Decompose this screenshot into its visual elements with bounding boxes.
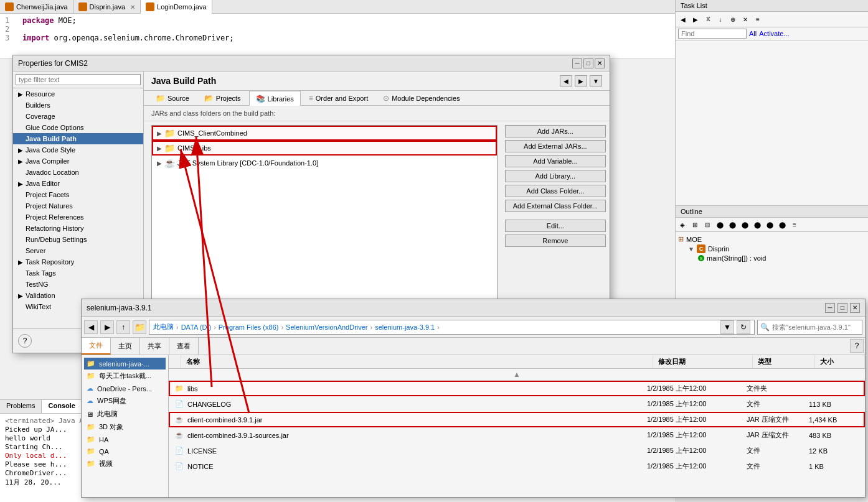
fe-left-item-onedrive[interactable]: ☁ OneDrive - Pers...: [84, 383, 166, 394]
outline-btn[interactable]: ⬤: [764, 219, 775, 230]
dlg-item-tasktags[interactable]: Task Tags: [13, 267, 143, 279]
fe-address-part[interactable]: 此电脑: [153, 322, 174, 332]
editor-tab-chenwei[interactable]: ChenweijJia.java: [0, 0, 73, 14]
fe-tab-home[interactable]: 主页: [111, 338, 140, 355]
dialog-filter-input[interactable]: [16, 74, 141, 85]
dlg-item-compiler[interactable]: ▶ Java Compiler: [13, 156, 143, 167]
fe-address-bar[interactable]: 此电脑 › DATA (D:) › Program Files (x86) › …: [149, 320, 755, 335]
edit-button[interactable]: Edit...: [505, 220, 606, 232]
fe-forward-button[interactable]: ▶: [100, 320, 114, 334]
fe-folder-icon-btn[interactable]: 📁: [133, 320, 146, 334]
dlg-item-resource[interactable]: ▶ Resource: [13, 88, 143, 100]
tab-projects[interactable]: 📂 Projects: [197, 91, 248, 105]
outline-btn[interactable]: ◈: [677, 219, 688, 230]
task-toolbar-btn[interactable]: ◀: [677, 14, 689, 25]
dlg-item-rundebug[interactable]: Run/Debug Settings: [13, 234, 143, 245]
file-row-license[interactable]: 📄 LICENSE 1/2/1985 上午12:00 文件 12 KB: [169, 443, 865, 458]
fe-address-part[interactable]: SeleniumVersionAndDriver: [286, 323, 367, 331]
add-class-folder-button[interactable]: Add Class Folder...: [505, 185, 606, 197]
editor-tab-disprin[interactable]: Disprin.java ✕: [73, 0, 141, 14]
fe-search-input[interactable]: [772, 323, 859, 331]
fe-close-button[interactable]: ✕: [850, 303, 860, 313]
fe-left-item-qa[interactable]: 📁 QA: [84, 445, 166, 457]
task-toolbar-btn[interactable]: ↓: [715, 14, 726, 25]
fe-address-dropdown[interactable]: ▼: [720, 320, 734, 334]
fe-left-item-task[interactable]: 📁 每天工作task截...: [84, 370, 166, 383]
tab-order-export[interactable]: ≡ Order and Export: [302, 91, 375, 105]
dlg-item-server[interactable]: Server: [13, 245, 143, 256]
tab-libraries[interactable]: 📚 Libraries: [249, 91, 301, 106]
dlg-item-projectfacets[interactable]: Project Facets: [13, 189, 143, 200]
outline-btn[interactable]: ⊟: [702, 219, 713, 230]
forward-button[interactable]: ▶: [575, 75, 587, 86]
file-row-client-jar[interactable]: ☕ client-combined-3.9.1.jar 1/2/1985 上午1…: [169, 412, 865, 427]
fe-help-button[interactable]: ?: [850, 339, 864, 353]
fe-address-part[interactable]: Program Files (x86): [219, 323, 279, 331]
task-toolbar-btn[interactable]: ⧖: [702, 14, 714, 25]
dlg-item-projectnatures[interactable]: Project Natures: [13, 200, 143, 211]
fe-search-bar[interactable]: 🔍: [757, 320, 862, 335]
dlg-item-builders[interactable]: Builders: [13, 100, 143, 111]
console-tab-console[interactable]: Console: [42, 400, 82, 413]
fe-left-item-video[interactable]: 📁 视频: [84, 457, 166, 470]
task-find-input[interactable]: [678, 29, 747, 39]
outline-btn[interactable]: ⬤: [727, 219, 738, 230]
dlg-item-buildpath[interactable]: Java Build Path: [13, 133, 143, 144]
fe-tab-share[interactable]: 共享: [140, 338, 169, 355]
fe-file-list[interactable]: 📁 libs 1/2/1985 上午12:00 文件夹 📄 CHANGELOG …: [169, 381, 865, 497]
dlg-item-testng[interactable]: TestNG: [13, 279, 143, 290]
close-icon[interactable]: ✕: [130, 4, 135, 11]
file-row-changelog[interactable]: 📄 CHANGELOG 1/2/1985 上午12:00 文件 113 KB: [169, 396, 865, 412]
close-button[interactable]: ✕: [595, 58, 605, 68]
fe-left-item-wps[interactable]: ☁ WPS网盘: [84, 394, 166, 407]
help-button[interactable]: ?: [18, 334, 32, 348]
fe-address-part[interactable]: DATA (D:): [181, 323, 211, 331]
outline-item-moe[interactable]: ⊞ MOE: [678, 235, 866, 244]
fe-address-part[interactable]: selenium-java-3.9.1: [375, 323, 435, 331]
outline-btn[interactable]: ⬤: [752, 219, 763, 230]
outline-btn[interactable]: ≡: [789, 219, 800, 230]
console-tab-problems[interactable]: Problems: [0, 400, 42, 413]
fe-left-item-pc[interactable]: 🖥 此电脑: [84, 407, 166, 421]
fe-col-type[interactable]: 类型: [753, 355, 815, 368]
dlg-item-javadoc[interactable]: Javadoc Location: [13, 167, 143, 178]
back-button[interactable]: ◀: [560, 75, 572, 86]
task-toolbar-btn[interactable]: ⊕: [727, 14, 738, 25]
task-toolbar-btn[interactable]: ≡: [752, 14, 763, 25]
fe-left-item-3d[interactable]: 📁 3D 对象: [84, 421, 166, 434]
lib-item-cims-client[interactable]: ▶ 📁 CIMS_ClientCombined: [152, 126, 497, 141]
dlg-item-refactoring[interactable]: Refactoring History: [13, 223, 143, 234]
file-row-client-sources[interactable]: ☕ client-combined-3.9.1-sources.jar 1/2/…: [169, 427, 865, 443]
dlg-item-coverage[interactable]: Coverage: [13, 111, 143, 122]
dlg-item-taskrepo[interactable]: ▶ Task Repository: [13, 256, 143, 267]
activate-link[interactable]: Activate...: [759, 30, 789, 37]
minimize-button[interactable]: ─: [572, 58, 582, 68]
dlg-item-projectrefs[interactable]: Project References: [13, 211, 143, 223]
tab-module-deps[interactable]: ⊙ Module Dependencies: [376, 91, 466, 105]
fe-left-item-selenium[interactable]: 📁 selenium-java-...: [84, 358, 166, 370]
task-toolbar-btn[interactable]: ▶: [690, 14, 701, 25]
file-row-notice[interactable]: 📄 NOTICE 1/2/1985 上午12:00 文件 1 KB: [169, 458, 865, 474]
dlg-item-javaeditor[interactable]: ▶ Java Editor: [13, 178, 143, 189]
editor-tab-logindemo[interactable]: LoginDemo.java: [141, 0, 212, 14]
task-toolbar-btn[interactable]: ✕: [740, 14, 751, 25]
lib-item-jre[interactable]: ▶ ☕ JRE System Library [CDC-1.0/Foundati…: [152, 156, 497, 170]
file-row-libs[interactable]: 📁 libs 1/2/1985 上午12:00 文件夹: [169, 381, 865, 396]
fe-left-item-ha[interactable]: 📁 HA: [84, 434, 166, 445]
add-jars-button[interactable]: Add JARs...: [505, 125, 606, 137]
fe-col-date[interactable]: 修改日期: [653, 355, 753, 368]
outline-btn[interactable]: ⬤: [714, 219, 725, 230]
dlg-item-codestyle[interactable]: ▶ Java Code Style: [13, 144, 143, 156]
add-variable-button[interactable]: Add Variable...: [505, 155, 606, 167]
outline-btn[interactable]: ⊞: [689, 219, 701, 230]
add-external-jars-button[interactable]: Add External JARs...: [505, 140, 606, 152]
fe-refresh-button[interactable]: ↻: [737, 320, 750, 334]
outline-item-disprin[interactable]: ▼ C Disprin: [678, 244, 866, 254]
all-link[interactable]: All: [749, 30, 757, 37]
add-external-class-folder-button[interactable]: Add External Class Folder...: [505, 200, 606, 212]
fe-minimize-button[interactable]: ─: [825, 303, 835, 313]
fe-col-name[interactable]: 名称: [181, 355, 653, 368]
dlg-item-glue[interactable]: Glue Code Options: [13, 122, 143, 133]
outline-item-main[interactable]: S main(String[]) : void: [678, 254, 866, 263]
fe-tab-view[interactable]: 查看: [169, 338, 199, 355]
